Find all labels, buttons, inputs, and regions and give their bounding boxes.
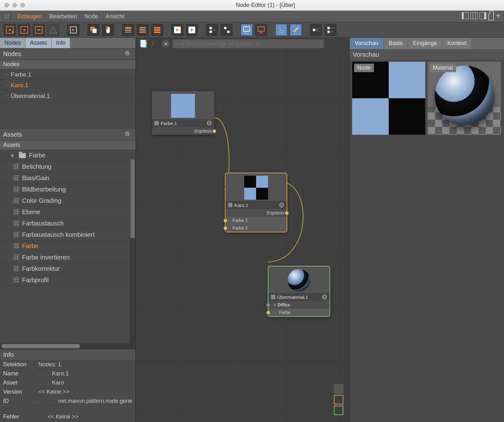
tab-eingaenge[interactable]: Eingänge [408, 38, 442, 49]
search-icon[interactable]: 🔍 [124, 131, 132, 139]
output-port[interactable] [285, 211, 289, 215]
tool-mouse[interactable] [102, 24, 114, 36]
asset-farbe[interactable]: Farbe [0, 241, 135, 252]
chevron-right-icon[interactable]: 〉 [151, 40, 159, 48]
svg-point-6 [38, 29, 40, 31]
minimap-node [334, 384, 343, 394]
tab-assets[interactable]: Assets [26, 38, 52, 48]
layout-2col-mid-icon[interactable] [471, 12, 478, 19]
tool-copy[interactable] [88, 24, 100, 36]
tool-node-out[interactable] [33, 24, 45, 36]
tab-vorschau[interactable]: Vorschau [350, 38, 384, 49]
zoom-window-icon[interactable] [20, 3, 25, 8]
grid-icon [14, 164, 20, 170]
preview-label: Material [430, 64, 456, 72]
node-farbe1[interactable]: Farbe.1S Ergebnis [152, 91, 214, 135]
clear-filter-icon[interactable]: ✕ [162, 40, 169, 48]
svg-rect-24 [209, 27, 212, 29]
svg-rect-14 [125, 30, 131, 31]
tool-new-node[interactable]: + [4, 24, 16, 36]
svg-rect-27 [224, 27, 226, 29]
menu-node[interactable]: Node [84, 13, 98, 20]
tool-snap[interactable] [255, 24, 267, 36]
tab-basis[interactable]: Basis [384, 38, 408, 49]
tool-row-full[interactable] [151, 24, 163, 36]
asset-farbaustausch[interactable]: Farbaustausch [0, 218, 135, 229]
tool-distribute-1[interactable] [310, 24, 322, 36]
preview-material[interactable]: Material [428, 62, 501, 135]
minimize-window-icon[interactable] [12, 3, 17, 8]
canvas-toolbar: 📑 〉 ✕ [136, 38, 349, 50]
search-icon[interactable]: 🔍 [124, 50, 132, 58]
asset-biasgain[interactable]: Bias/Gain [0, 173, 135, 184]
asset-farbe-invertieren[interactable]: Farbe invertieren [0, 252, 135, 263]
node-item-karo1[interactable]: Karo.1 [0, 80, 135, 91]
asset-ebene[interactable]: Ebene [0, 207, 135, 218]
tool-row-mid[interactable] [137, 24, 149, 36]
minimap[interactable] [334, 383, 343, 416]
tool-import[interactable] [67, 24, 79, 36]
node-canvas[interactable]: 📑 〉 ✕ Farbe.1S Ergebnis Karo.1S Ergebnis… [136, 38, 349, 422]
info-asset: Asset. . .Karo [0, 378, 135, 387]
lock-icon[interactable] [488, 14, 494, 20]
assets-scrollbar[interactable] [130, 159, 135, 343]
node-item-farbe1[interactable]: Farbe.1 [0, 69, 135, 80]
input-port[interactable] [266, 303, 270, 307]
asset-colorgrading[interactable]: Color Grading [0, 195, 135, 207]
tab-kontext[interactable]: Kontext [442, 38, 472, 49]
asset-bildbearbeitung[interactable]: Bildbearbeitung [0, 184, 135, 195]
svg-rect-25 [209, 31, 212, 33]
tool-frame-eye[interactable] [241, 24, 253, 36]
asset-folder-farbe[interactable]: ▾ Farbe [0, 150, 135, 161]
bookmark-icon[interactable]: 📑 [139, 40, 147, 48]
asset-farbkorrektur[interactable]: Farbkorrektur [0, 263, 135, 275]
input-port[interactable] [224, 219, 227, 222]
tool-row-top[interactable] [122, 24, 134, 36]
layout-2col-right-icon[interactable] [479, 12, 486, 19]
node-karo1[interactable]: Karo.1S Ergebnis Farbe 1 Farbe 2 [225, 173, 287, 232]
tab-nodes[interactable]: Nodes [0, 38, 26, 48]
tool-triangle[interactable] [47, 24, 59, 36]
assets-hscroll[interactable] [0, 343, 135, 349]
node-ubermaterial1[interactable]: Übermaterial.1S ▸Diffus Farbe [268, 266, 330, 317]
material-sphere-icon [435, 66, 495, 125]
tool-align-2[interactable] [220, 24, 232, 36]
tool-distribute-2[interactable] [324, 24, 336, 36]
grid-icon [14, 266, 20, 272]
node-type-icon [271, 295, 275, 299]
menu-bearbeiten[interactable]: Bearbeiten [49, 13, 77, 20]
tool-edit[interactable] [290, 24, 302, 36]
close-window-icon[interactable] [4, 3, 9, 8]
menu-erzeugen[interactable]: Erzeugen [18, 13, 42, 20]
input-port[interactable] [266, 311, 270, 314]
material-sphere-icon [288, 269, 310, 292]
tool-node-in[interactable] [18, 24, 30, 36]
filter-input[interactable] [173, 39, 324, 48]
asset-farbprofil[interactable]: Farbprofil [0, 275, 135, 286]
preview-node[interactable]: Node [352, 62, 425, 135]
minimap-node-selected [334, 395, 343, 404]
node-title-label: Übermaterial.1 [277, 294, 308, 300]
menu-ansicht[interactable]: Ansicht [106, 13, 124, 20]
add-icon[interactable]: + [496, 12, 501, 20]
tool-play[interactable] [171, 24, 183, 36]
tab-info[interactable]: Info [52, 38, 70, 48]
tool-align-1[interactable] [206, 24, 218, 36]
output-port[interactable] [213, 129, 216, 133]
svg-rect-12 [106, 26, 108, 29]
layout-2col-left-icon[interactable] [462, 12, 469, 19]
svg-rect-18 [140, 31, 146, 33]
preview-header: Vorschau [350, 49, 504, 60]
tool-play-grey[interactable] [186, 24, 198, 36]
node-item-ubermaterial1[interactable]: Übermaterial.1 [0, 91, 135, 101]
info-name: Name. . .Karo.1 [0, 369, 135, 378]
grid-icon [14, 198, 20, 204]
input-port[interactable] [224, 226, 227, 230]
right-tab-bar: Vorschau Basis Eingänge Kontext [350, 38, 504, 49]
asset-belichtung[interactable]: Belichtung [0, 161, 135, 173]
svg-rect-15 [125, 31, 131, 33]
tool-back-eye[interactable] [275, 24, 287, 36]
window-titlebar: Node-Editor (1) - [Über] [0, 0, 504, 11]
asset-farbaustausch-komb[interactable]: Farbaustausch kombiniert [0, 229, 135, 241]
assets-tree: ▾ Farbe Belichtung Bias/Gain Bildbearbei… [0, 150, 135, 343]
